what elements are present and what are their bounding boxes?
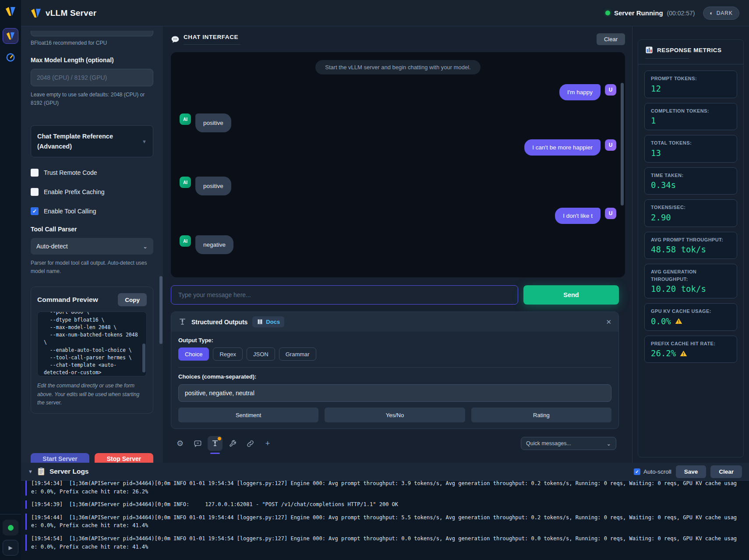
half-moon-icon: ◐ xyxy=(710,10,713,16)
clear-chat-button[interactable]: Clear xyxy=(597,33,625,45)
metric-prompt-tokens: PROMPT TOKENS: 12 xyxy=(644,71,737,98)
chat-panel: CHAT INTERFACE Clear Start the vLLM serv… xyxy=(163,26,632,463)
chat-message-user: I can't be more happier U xyxy=(180,139,616,156)
book-icon xyxy=(257,319,263,325)
icon-rail: ▶ xyxy=(0,0,21,560)
metric-prefix-cache-hit-rate: PREFIX CACHE HIT RATE: 26.2% xyxy=(644,336,737,363)
stop-server-button[interactable]: Stop Server xyxy=(95,453,153,463)
server-status-label: Server Running xyxy=(614,9,663,17)
chat-template-reference-toggle[interactable]: Chat Template Reference (Advanced) ▼ xyxy=(31,125,153,157)
server-logs-output[interactable]: [19:54:34] [1;36m(APIServer pid=34464)[0… xyxy=(21,480,749,560)
enable-prefix-caching-checkbox-row[interactable]: Enable Prefix Caching xyxy=(31,188,153,196)
brand: vLLM Server xyxy=(31,8,96,18)
chat-interface-title: CHAT INTERFACE xyxy=(184,34,240,40)
tool-call-parser-select[interactable]: Auto-detect ⌄ xyxy=(31,238,153,255)
bar-chart-icon xyxy=(645,46,653,54)
log-entry: [19:54:34] [1;36m(APIServer pid=34464)[0… xyxy=(25,480,742,496)
close-icon[interactable]: ✕ xyxy=(606,318,611,326)
app-title: vLLM Server xyxy=(46,8,96,18)
settings-gear-icon[interactable]: ⚙ xyxy=(173,436,187,451)
chat-options-icon[interactable] xyxy=(190,436,205,451)
docs-link[interactable]: Docs xyxy=(252,316,284,327)
server-status-dot-icon xyxy=(605,11,610,15)
metric-tokens-per-sec: TOKENS/SEC: 2.90 xyxy=(644,199,737,227)
chat-message-input[interactable] xyxy=(171,285,518,305)
wrench-icon[interactable] xyxy=(225,436,240,451)
play-icon: ▶ xyxy=(8,545,12,551)
plus-icon[interactable]: + xyxy=(260,436,275,451)
bfloat-note: BFloat16 recommended for CPU xyxy=(31,40,153,46)
user-avatar: U xyxy=(605,208,616,219)
output-type-label: Output Type: xyxy=(178,337,611,344)
collapse-triangle-icon[interactable]: ▼ xyxy=(28,469,33,474)
chat-message-window[interactable]: Start the vLLM server and begin chatting… xyxy=(171,52,625,277)
command-preview-help: Edit the command directly or use the for… xyxy=(37,382,147,407)
tool-call-parser-label: Tool Call Parser xyxy=(31,226,153,233)
choices-input[interactable] xyxy=(178,384,611,402)
chat-message-ai: AI negative xyxy=(180,235,616,254)
rail-status-tile[interactable] xyxy=(3,520,18,535)
chevron-down-icon: ▼ xyxy=(142,139,147,144)
command-scrollbar-thumb[interactable] xyxy=(142,344,145,372)
chat-message-user: I'm happy U xyxy=(180,84,616,100)
output-type-json[interactable]: JSON xyxy=(247,347,275,361)
structured-output-tool-icon[interactable] xyxy=(208,436,223,451)
gauge-icon xyxy=(6,53,15,62)
save-logs-button[interactable]: Save xyxy=(676,465,707,478)
structured-output-icon xyxy=(178,318,187,326)
chat-message-ai: AI positive xyxy=(180,177,616,195)
user-avatar: U xyxy=(605,139,616,151)
quick-messages-select[interactable]: Quick messages... ⌄ xyxy=(521,437,616,450)
system-message: Start the vLLM server and begin chatting… xyxy=(315,60,480,74)
send-button[interactable]: Send xyxy=(523,285,619,305)
start-server-button[interactable]: Start Server xyxy=(31,453,89,463)
checkbox-unchecked-icon[interactable] xyxy=(31,169,39,177)
chevron-down-icon: ⌄ xyxy=(143,243,148,250)
clipboard-icon xyxy=(37,467,45,476)
theme-toggle-button[interactable]: ◐ DARK xyxy=(703,7,739,20)
command-preview-card: Command Preview Copy --port 8000 \ --dty… xyxy=(31,287,153,414)
copy-command-button[interactable]: Copy xyxy=(118,293,147,306)
checkbox-unchecked-icon[interactable] xyxy=(31,188,39,196)
command-preview-textarea[interactable]: --port 8000 \ --dtype bfloat16 \ --max-m… xyxy=(37,312,147,376)
rail-item-vllm-active[interactable] xyxy=(3,28,18,44)
preset-sentiment-button[interactable]: Sentiment xyxy=(178,408,318,422)
output-type-choice[interactable]: Choice xyxy=(178,347,209,361)
auto-scroll-checkbox-row[interactable]: ✓ Auto-scroll xyxy=(634,468,671,475)
ai-avatar: AI xyxy=(180,235,191,247)
clear-logs-button[interactable]: Clear xyxy=(710,465,742,478)
chat-message-user: I don't like t U xyxy=(180,208,616,224)
metric-completion-tokens: COMPLETION TOKENS: 1 xyxy=(644,103,737,131)
link-icon[interactable] xyxy=(243,436,258,451)
preset-rating-button[interactable]: Rating xyxy=(471,408,611,422)
warning-icon xyxy=(680,350,687,357)
enable-tool-calling-checkbox-row[interactable]: ✓ Enable Tool Calling xyxy=(31,207,153,215)
log-entry: [19:54:44] [1;36m(APIServer pid=34464)[0… xyxy=(25,514,742,530)
chat-scrollbar-thumb[interactable] xyxy=(621,83,624,206)
response-metrics-sidebar: RESPONSE METRICS PROMPT TOKENS: 12 COMPL… xyxy=(632,26,749,463)
tool-call-parser-help: Parser for model tool call output. Auto-… xyxy=(31,259,153,275)
metric-total-tokens: TOTAL TOKENS: 13 xyxy=(644,135,737,163)
status-green-dot-icon xyxy=(8,525,14,531)
ai-avatar: AI xyxy=(180,113,191,125)
log-entry: [19:54:54] [1;36m(APIServer pid=34464)[0… xyxy=(25,535,742,551)
dtype-field-truncated[interactable] xyxy=(31,31,153,36)
vllm-logo-icon xyxy=(31,8,41,18)
chevron-down-icon: ⌄ xyxy=(607,440,611,447)
rail-item-gauge[interactable] xyxy=(6,53,15,62)
max-model-length-input[interactable] xyxy=(31,69,153,86)
sidebar-scrollbar-thumb[interactable] xyxy=(159,276,163,344)
warning-icon xyxy=(675,317,682,325)
rail-play-button[interactable]: ▶ xyxy=(3,540,18,556)
trust-remote-code-checkbox-row[interactable]: Trust Remote Code xyxy=(31,169,153,177)
ai-avatar: AI xyxy=(180,177,191,188)
output-type-regex[interactable]: Regex xyxy=(213,347,243,361)
preset-yesno-button[interactable]: Yes/No xyxy=(325,408,465,422)
metric-gpu-kv-cache-usage: GPU KV CACHE USAGE: 0.0% xyxy=(644,303,737,331)
server-logs-panel: ▼ Server Logs ✓ Auto-scroll Save Clear [… xyxy=(21,463,749,560)
structured-outputs-panel: Structured Outputs Docs ✕ Output Type: C… xyxy=(171,312,619,429)
output-type-grammar[interactable]: Grammar xyxy=(279,347,316,361)
vllm-logo-icon xyxy=(5,6,16,17)
checkbox-checked-icon[interactable]: ✓ xyxy=(31,207,39,215)
checkbox-checked-icon[interactable]: ✓ xyxy=(634,468,640,475)
